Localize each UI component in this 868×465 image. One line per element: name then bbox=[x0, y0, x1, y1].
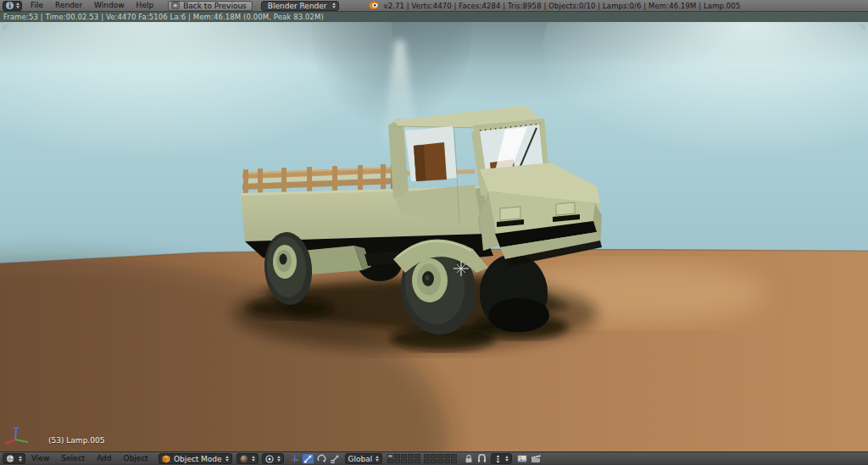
opengl-render-anim-icon bbox=[531, 454, 541, 463]
back-to-previous-button[interactable]: Back to Previous bbox=[168, 1, 253, 11]
menu-add[interactable]: Add bbox=[91, 453, 117, 464]
stepper-icon bbox=[332, 3, 336, 8]
menu-object[interactable]: Object bbox=[118, 453, 154, 464]
rendered-scene bbox=[0, 12, 868, 451]
menu-help[interactable]: Help bbox=[131, 0, 160, 11]
scale-manipulator-button[interactable] bbox=[329, 453, 342, 464]
opengl-render-anim-button[interactable] bbox=[529, 453, 542, 464]
rotate-manipulator-icon bbox=[317, 454, 326, 463]
layers-grid[interactable] bbox=[387, 454, 457, 463]
render-stats-bar: Frame:53 | Time:00.02.53 | Ve:4470 Fa:51… bbox=[0, 12, 868, 22]
snap-element-icon bbox=[494, 455, 502, 463]
render-engine-select[interactable]: Blender Render bbox=[261, 1, 339, 11]
menu-render[interactable]: Render bbox=[49, 0, 88, 11]
object-mode-cube-icon bbox=[162, 455, 170, 463]
mini-axis-gizmo bbox=[2, 425, 32, 447]
layer-cell-active[interactable] bbox=[387, 454, 393, 458]
orientation-value: Global bbox=[348, 455, 373, 463]
manipulator-toggle-icon bbox=[290, 454, 299, 463]
stepper-icon bbox=[252, 456, 255, 462]
stepper-icon bbox=[19, 456, 22, 462]
blender-window: File Render Window Help Back to Previous… bbox=[0, 0, 868, 465]
render-stats-text: Frame:53 | Time:00.02.53 | Ve:4470 Fa:51… bbox=[3, 13, 324, 21]
info-header: File Render Window Help Back to Previous… bbox=[0, 0, 868, 12]
stepper-icon bbox=[505, 456, 509, 462]
translate-manipulator-icon bbox=[303, 454, 313, 463]
pivot-point-icon bbox=[265, 455, 274, 463]
translate-manipulator-button[interactable] bbox=[302, 453, 314, 464]
stepper-icon bbox=[277, 456, 281, 462]
viewport-shading-icon bbox=[240, 455, 248, 463]
viewport-corner-widget[interactable] bbox=[2, 24, 8, 30]
editor-type-button[interactable] bbox=[3, 453, 25, 464]
mode-select[interactable]: Object Mode bbox=[159, 453, 232, 464]
menu-window[interactable]: Window bbox=[88, 0, 131, 11]
lock-to-scene-button[interactable] bbox=[462, 453, 475, 464]
viewport-shading-select[interactable] bbox=[236, 453, 259, 464]
snap-magnet-icon bbox=[477, 454, 487, 463]
view3d-header: View Select Add Object Object Mode bbox=[0, 451, 868, 465]
render-engine-value: Blender Render bbox=[268, 2, 327, 10]
scale-manipulator-icon bbox=[331, 454, 340, 463]
manipulator-toggle-button[interactable] bbox=[288, 453, 301, 464]
stepper-icon bbox=[376, 456, 379, 462]
x-axis bbox=[5, 440, 15, 444]
y-axis bbox=[15, 440, 28, 442]
pivot-point-select[interactable] bbox=[262, 453, 284, 464]
headlight-right bbox=[556, 202, 575, 215]
scene-statistics: v2.71 | Verts:4470 | Faces:4284 | Tris:8… bbox=[384, 2, 741, 10]
back-to-previous-label: Back to Previous bbox=[183, 2, 247, 10]
viewport-corner-widget[interactable] bbox=[860, 24, 866, 30]
stepper-icon bbox=[16, 3, 19, 8]
info-editor-icon bbox=[5, 1, 14, 10]
menu-file[interactable]: File bbox=[25, 0, 49, 11]
viewport-3d[interactable]: Frame:53 | Time:00.02.53 | Ve:4470 Fa:51… bbox=[0, 12, 868, 451]
menu-view[interactable]: View bbox=[25, 453, 55, 464]
opengl-render-still-button[interactable] bbox=[515, 453, 528, 464]
editor-type-button[interactable] bbox=[3, 1, 22, 11]
blender-logo-icon bbox=[368, 1, 379, 10]
snap-element-select[interactable] bbox=[491, 453, 512, 464]
mode-select-value: Object Mode bbox=[174, 455, 222, 463]
lock-icon bbox=[465, 454, 473, 463]
stepper-icon bbox=[225, 456, 229, 462]
active-object-label: (53) Lamp.005 bbox=[48, 436, 104, 445]
menu-select[interactable]: Select bbox=[55, 453, 91, 464]
opengl-render-still-icon bbox=[517, 454, 527, 463]
view3d-editor-icon bbox=[6, 454, 15, 463]
z-axis bbox=[15, 428, 16, 440]
back-arrow-icon bbox=[171, 2, 180, 9]
headlight-left bbox=[500, 207, 520, 220]
snap-toggle-button[interactable] bbox=[476, 453, 488, 464]
rotate-manipulator-button[interactable] bbox=[315, 453, 328, 464]
orientation-select[interactable]: Global bbox=[345, 453, 383, 464]
